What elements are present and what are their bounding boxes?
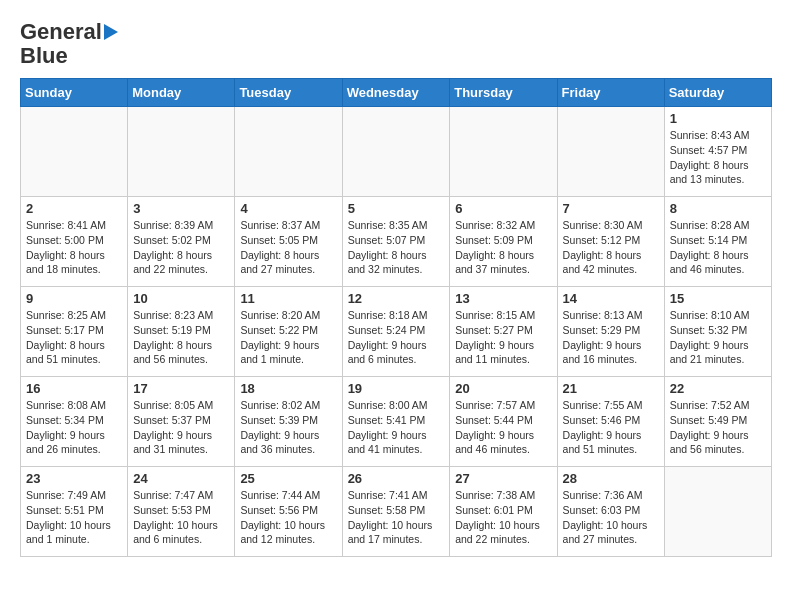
day-info: Sunrise: 8:18 AM Sunset: 5:24 PM Dayligh… (348, 308, 445, 367)
day-number: 14 (563, 291, 659, 306)
day-number: 16 (26, 381, 122, 396)
day-info: Sunrise: 7:41 AM Sunset: 5:58 PM Dayligh… (348, 488, 445, 547)
day-info: Sunrise: 8:10 AM Sunset: 5:32 PM Dayligh… (670, 308, 766, 367)
day-info: Sunrise: 8:08 AM Sunset: 5:34 PM Dayligh… (26, 398, 122, 457)
day-info: Sunrise: 8:41 AM Sunset: 5:00 PM Dayligh… (26, 218, 122, 277)
day-number: 23 (26, 471, 122, 486)
day-info: Sunrise: 8:02 AM Sunset: 5:39 PM Dayligh… (240, 398, 336, 457)
calendar-cell: 28Sunrise: 7:36 AM Sunset: 6:03 PM Dayli… (557, 467, 664, 557)
calendar-cell (128, 107, 235, 197)
calendar-cell (664, 467, 771, 557)
calendar-cell (557, 107, 664, 197)
day-of-week-header: Friday (557, 79, 664, 107)
calendar-cell: 12Sunrise: 8:18 AM Sunset: 5:24 PM Dayli… (342, 287, 450, 377)
calendar-cell: 23Sunrise: 7:49 AM Sunset: 5:51 PM Dayli… (21, 467, 128, 557)
day-info: Sunrise: 8:37 AM Sunset: 5:05 PM Dayligh… (240, 218, 336, 277)
calendar-cell: 22Sunrise: 7:52 AM Sunset: 5:49 PM Dayli… (664, 377, 771, 467)
day-info: Sunrise: 7:55 AM Sunset: 5:46 PM Dayligh… (563, 398, 659, 457)
calendar-cell: 2Sunrise: 8:41 AM Sunset: 5:00 PM Daylig… (21, 197, 128, 287)
day-info: Sunrise: 7:44 AM Sunset: 5:56 PM Dayligh… (240, 488, 336, 547)
calendar-cell (21, 107, 128, 197)
calendar-header-row: SundayMondayTuesdayWednesdayThursdayFrid… (21, 79, 772, 107)
day-of-week-header: Wednesday (342, 79, 450, 107)
calendar-cell: 6Sunrise: 8:32 AM Sunset: 5:09 PM Daylig… (450, 197, 557, 287)
day-number: 22 (670, 381, 766, 396)
day-of-week-header: Sunday (21, 79, 128, 107)
day-info: Sunrise: 8:39 AM Sunset: 5:02 PM Dayligh… (133, 218, 229, 277)
day-of-week-header: Saturday (664, 79, 771, 107)
calendar-cell: 27Sunrise: 7:38 AM Sunset: 6:01 PM Dayli… (450, 467, 557, 557)
calendar-cell: 16Sunrise: 8:08 AM Sunset: 5:34 PM Dayli… (21, 377, 128, 467)
logo-blue: Blue (20, 44, 68, 68)
day-info: Sunrise: 8:05 AM Sunset: 5:37 PM Dayligh… (133, 398, 229, 457)
day-of-week-header: Thursday (450, 79, 557, 107)
day-number: 21 (563, 381, 659, 396)
day-number: 8 (670, 201, 766, 216)
calendar-cell (450, 107, 557, 197)
calendar-week-row: 2Sunrise: 8:41 AM Sunset: 5:00 PM Daylig… (21, 197, 772, 287)
calendar-cell: 17Sunrise: 8:05 AM Sunset: 5:37 PM Dayli… (128, 377, 235, 467)
day-number: 27 (455, 471, 551, 486)
calendar-cell: 8Sunrise: 8:28 AM Sunset: 5:14 PM Daylig… (664, 197, 771, 287)
day-number: 20 (455, 381, 551, 396)
calendar-cell: 13Sunrise: 8:15 AM Sunset: 5:27 PM Dayli… (450, 287, 557, 377)
calendar-cell: 25Sunrise: 7:44 AM Sunset: 5:56 PM Dayli… (235, 467, 342, 557)
calendar-week-row: 9Sunrise: 8:25 AM Sunset: 5:17 PM Daylig… (21, 287, 772, 377)
calendar-cell: 1Sunrise: 8:43 AM Sunset: 4:57 PM Daylig… (664, 107, 771, 197)
calendar-cell: 5Sunrise: 8:35 AM Sunset: 5:07 PM Daylig… (342, 197, 450, 287)
day-number: 24 (133, 471, 229, 486)
day-number: 11 (240, 291, 336, 306)
day-info: Sunrise: 8:28 AM Sunset: 5:14 PM Dayligh… (670, 218, 766, 277)
day-info: Sunrise: 8:35 AM Sunset: 5:07 PM Dayligh… (348, 218, 445, 277)
day-number: 6 (455, 201, 551, 216)
day-number: 2 (26, 201, 122, 216)
calendar-cell: 26Sunrise: 7:41 AM Sunset: 5:58 PM Dayli… (342, 467, 450, 557)
calendar-cell: 7Sunrise: 8:30 AM Sunset: 5:12 PM Daylig… (557, 197, 664, 287)
calendar-cell: 18Sunrise: 8:02 AM Sunset: 5:39 PM Dayli… (235, 377, 342, 467)
calendar-cell: 9Sunrise: 8:25 AM Sunset: 5:17 PM Daylig… (21, 287, 128, 377)
day-info: Sunrise: 8:23 AM Sunset: 5:19 PM Dayligh… (133, 308, 229, 367)
day-info: Sunrise: 7:36 AM Sunset: 6:03 PM Dayligh… (563, 488, 659, 547)
calendar-week-row: 16Sunrise: 8:08 AM Sunset: 5:34 PM Dayli… (21, 377, 772, 467)
day-number: 18 (240, 381, 336, 396)
day-info: Sunrise: 7:47 AM Sunset: 5:53 PM Dayligh… (133, 488, 229, 547)
day-number: 15 (670, 291, 766, 306)
day-of-week-header: Tuesday (235, 79, 342, 107)
day-number: 13 (455, 291, 551, 306)
calendar-cell: 3Sunrise: 8:39 AM Sunset: 5:02 PM Daylig… (128, 197, 235, 287)
day-info: Sunrise: 8:15 AM Sunset: 5:27 PM Dayligh… (455, 308, 551, 367)
day-info: Sunrise: 8:00 AM Sunset: 5:41 PM Dayligh… (348, 398, 445, 457)
day-info: Sunrise: 8:43 AM Sunset: 4:57 PM Dayligh… (670, 128, 766, 187)
day-number: 3 (133, 201, 229, 216)
day-number: 19 (348, 381, 445, 396)
calendar-cell: 15Sunrise: 8:10 AM Sunset: 5:32 PM Dayli… (664, 287, 771, 377)
calendar-cell: 19Sunrise: 8:00 AM Sunset: 5:41 PM Dayli… (342, 377, 450, 467)
calendar-table: SundayMondayTuesdayWednesdayThursdayFrid… (20, 78, 772, 557)
calendar-cell: 14Sunrise: 8:13 AM Sunset: 5:29 PM Dayli… (557, 287, 664, 377)
calendar-cell: 10Sunrise: 8:23 AM Sunset: 5:19 PM Dayli… (128, 287, 235, 377)
logo: General Blue (20, 20, 118, 68)
day-number: 28 (563, 471, 659, 486)
day-info: Sunrise: 7:57 AM Sunset: 5:44 PM Dayligh… (455, 398, 551, 457)
calendar-cell (235, 107, 342, 197)
logo-general: General (20, 20, 102, 44)
calendar-week-row: 1Sunrise: 8:43 AM Sunset: 4:57 PM Daylig… (21, 107, 772, 197)
day-info: Sunrise: 8:32 AM Sunset: 5:09 PM Dayligh… (455, 218, 551, 277)
day-number: 5 (348, 201, 445, 216)
calendar-cell: 24Sunrise: 7:47 AM Sunset: 5:53 PM Dayli… (128, 467, 235, 557)
day-number: 17 (133, 381, 229, 396)
day-number: 10 (133, 291, 229, 306)
calendar-cell: 20Sunrise: 7:57 AM Sunset: 5:44 PM Dayli… (450, 377, 557, 467)
calendar-week-row: 23Sunrise: 7:49 AM Sunset: 5:51 PM Dayli… (21, 467, 772, 557)
day-number: 12 (348, 291, 445, 306)
day-info: Sunrise: 8:30 AM Sunset: 5:12 PM Dayligh… (563, 218, 659, 277)
calendar-cell: 21Sunrise: 7:55 AM Sunset: 5:46 PM Dayli… (557, 377, 664, 467)
day-number: 1 (670, 111, 766, 126)
day-number: 9 (26, 291, 122, 306)
day-info: Sunrise: 7:52 AM Sunset: 5:49 PM Dayligh… (670, 398, 766, 457)
day-info: Sunrise: 8:20 AM Sunset: 5:22 PM Dayligh… (240, 308, 336, 367)
day-info: Sunrise: 8:13 AM Sunset: 5:29 PM Dayligh… (563, 308, 659, 367)
calendar-cell (342, 107, 450, 197)
calendar-cell: 4Sunrise: 8:37 AM Sunset: 5:05 PM Daylig… (235, 197, 342, 287)
day-number: 4 (240, 201, 336, 216)
